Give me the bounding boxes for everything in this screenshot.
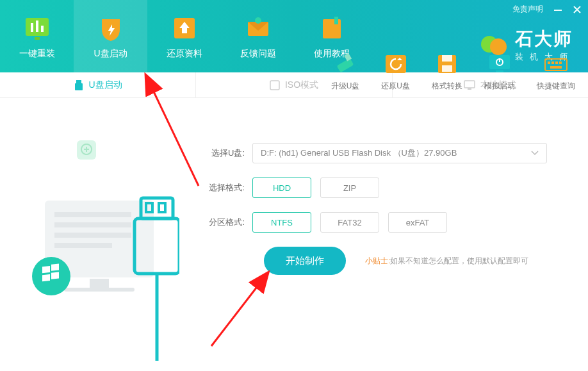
disclaimer-link[interactable]: 免责声明 (512, 4, 543, 15)
content-area: 选择U盘: D:F: (hd1) General USB Flash Disk … (0, 98, 588, 111)
format-hdd[interactable]: HDD (252, 177, 311, 198)
tool-strip: 升级U盘 还原U盘 格式转换 模拟启动 快捷键查询 (331, 53, 575, 92)
svg-rect-15 (270, 81, 279, 90)
upload-box-icon (170, 13, 199, 43)
svg-rect-41 (442, 65, 452, 72)
svg-rect-21 (54, 222, 131, 227)
restore-icon (382, 53, 409, 76)
tool-restore-usb[interactable]: 还原U盘 (381, 53, 410, 92)
minimize-button[interactable] (553, 5, 562, 14)
svg-rect-51 (550, 66, 562, 69)
svg-rect-49 (555, 62, 558, 64)
book-icon (317, 13, 347, 43)
svg-rect-4 (41, 26, 44, 32)
nav-label: 一键重装 (19, 48, 55, 60)
tab-label: ISO模式 (285, 79, 318, 91)
tab-label: U盘启动 (89, 79, 122, 91)
tool-label: 快捷键查询 (537, 81, 575, 92)
partition-label: 分区格式: (201, 217, 245, 228)
nav-label: 还原资料 (167, 48, 202, 60)
main-nav: 一键重装 U盘启动 还原资料 反馈问题 使用教程 (0, 0, 368, 72)
start-button[interactable]: 开始制作 (264, 247, 346, 275)
format-zip[interactable]: ZIP (320, 177, 379, 198)
tool-label: 模拟启动 (484, 81, 515, 92)
tool-hotkey-lookup[interactable]: 快捷键查询 (537, 53, 575, 92)
mail-icon (243, 13, 273, 43)
svg-rect-14 (75, 83, 83, 90)
nav-restore[interactable]: 还原资料 (147, 0, 221, 72)
disk-select[interactable]: D:F: (hd1) General USB Flash Disk （U盘）27… (252, 143, 547, 163)
part-exfat[interactable]: exFAT (388, 212, 447, 233)
part-ntfs[interactable]: NTFS (252, 212, 311, 233)
svg-rect-23 (54, 243, 112, 248)
svg-rect-0 (554, 10, 562, 11)
brand-main: 石大师 (515, 27, 574, 51)
monitor-boot-icon (486, 53, 513, 76)
usb-computer-illustration (26, 136, 179, 342)
svg-rect-27 (42, 266, 50, 273)
tool-label: 升级U盘 (331, 81, 360, 92)
tip-label: 小贴士: (365, 256, 390, 265)
tool-simulate-boot[interactable]: 模拟启动 (484, 53, 515, 92)
usb-icon (74, 79, 84, 91)
svg-point-8 (255, 17, 261, 24)
form-panel: 选择U盘: D:F: (hd1) General USB Flash Disk … (201, 143, 560, 289)
svg-rect-10 (334, 17, 338, 24)
keyboard-icon (543, 53, 569, 76)
svg-rect-38 (386, 55, 406, 73)
tab-usb-boot[interactable]: U盘启动 (0, 72, 195, 97)
usb-stick-icon (332, 53, 359, 76)
nav-usb-boot[interactable]: U盘启动 (74, 0, 147, 72)
tool-upgrade-usb[interactable]: 升级U盘 (331, 53, 360, 92)
svg-rect-22 (54, 233, 131, 238)
chevron-down-icon (531, 151, 539, 156)
nav-label: U盘启动 (94, 48, 127, 60)
svg-rect-50 (559, 62, 562, 64)
tip-text: 小贴士:如果不知道怎么配置，使用默认配置即可 (365, 256, 528, 267)
minimize-icon (554, 6, 562, 13)
svg-rect-33 (159, 203, 165, 212)
svg-rect-36 (337, 58, 354, 72)
titlebar: 免责声明 (512, 4, 582, 15)
nav-reinstall[interactable]: 一键重装 (0, 0, 74, 72)
nav-label: 反馈问题 (240, 48, 276, 60)
svg-rect-46 (545, 59, 567, 70)
svg-rect-29 (42, 274, 50, 281)
svg-rect-2 (31, 23, 33, 32)
svg-rect-47 (548, 62, 550, 64)
svg-rect-24 (90, 279, 109, 288)
svg-rect-45 (496, 70, 503, 72)
partition-options: NTFS FAT32 exFAT (252, 212, 447, 233)
format-label: 选择格式: (201, 182, 245, 194)
close-icon (573, 6, 581, 13)
disk-label: 选择U盘: (201, 147, 245, 159)
tool-label: 还原U盘 (381, 81, 410, 92)
svg-rect-28 (51, 264, 59, 271)
disk-value: D:F: (hd1) General USB Flash Disk （U盘）27… (261, 147, 457, 159)
svg-rect-20 (54, 212, 131, 217)
svg-rect-5 (35, 37, 40, 40)
tool-label: 格式转换 (432, 81, 462, 92)
svg-rect-13 (76, 80, 81, 83)
format-options: HDD ZIP (252, 177, 379, 198)
bar-chart-icon (22, 13, 52, 43)
svg-rect-40 (442, 55, 452, 62)
svg-rect-3 (36, 21, 38, 32)
shield-icon (96, 13, 126, 43)
svg-rect-25 (64, 288, 135, 292)
floppy-icon (434, 53, 461, 76)
nav-feedback[interactable]: 反馈问题 (221, 0, 295, 72)
close-button[interactable] (573, 5, 582, 14)
tool-format-convert[interactable]: 格式转换 (432, 53, 462, 92)
svg-rect-30 (51, 272, 59, 279)
iso-icon (270, 80, 280, 90)
svg-rect-48 (551, 62, 554, 64)
part-fat32[interactable]: FAT32 (320, 212, 379, 233)
